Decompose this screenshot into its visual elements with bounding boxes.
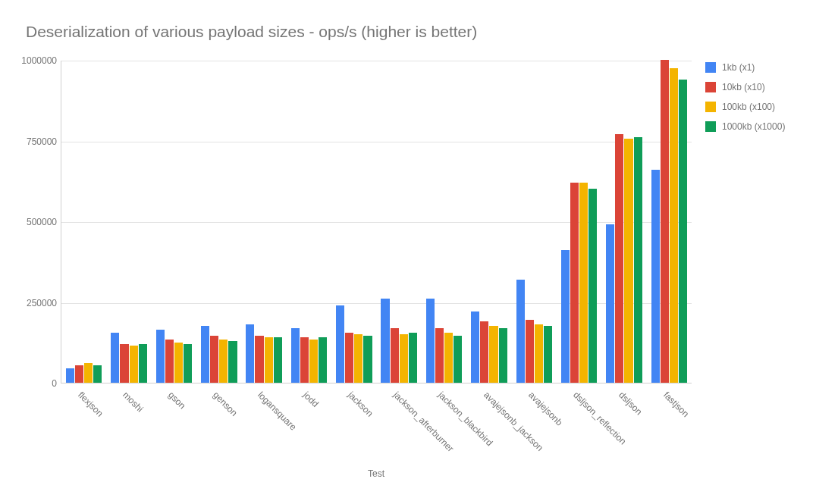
x-tick-label: jackson — [346, 390, 375, 419]
bar — [435, 328, 444, 383]
bar — [400, 334, 408, 383]
bar — [651, 170, 660, 383]
bar — [579, 183, 588, 383]
legend-swatch — [705, 102, 716, 112]
y-tick-label: 750000 — [27, 136, 61, 147]
legend: 1kb (x1)10kb (x10)100kb (x100)1000kb (x1… — [705, 58, 785, 136]
bar — [634, 137, 642, 383]
bar-groups — [61, 61, 692, 383]
bar-group — [381, 61, 417, 383]
bar — [588, 189, 597, 383]
legend-label: 100kb (x100) — [722, 102, 775, 112]
x-tick-label: genson — [211, 390, 240, 418]
category-slot — [422, 61, 466, 383]
bar — [363, 336, 372, 383]
category-slot — [601, 61, 646, 383]
bar — [570, 183, 579, 383]
bar — [319, 337, 327, 383]
bar — [130, 346, 138, 383]
bar — [291, 328, 300, 383]
bar — [174, 343, 183, 383]
bar — [265, 337, 273, 383]
bar — [444, 333, 453, 383]
bar — [615, 134, 623, 383]
bar-group — [156, 61, 193, 383]
bar — [300, 337, 309, 383]
bar — [381, 299, 389, 383]
legend-swatch — [705, 62, 716, 73]
bar — [210, 336, 218, 383]
bar — [228, 341, 237, 383]
legend-label: 1kb (x1) — [722, 62, 755, 73]
bar-group — [336, 61, 372, 383]
x-axis-title: Test — [61, 468, 692, 479]
category-slot — [331, 61, 376, 383]
bar — [156, 330, 165, 383]
legend-item: 1kb (x1) — [705, 58, 785, 77]
bar-group — [516, 61, 553, 383]
bar-group — [606, 61, 642, 383]
category-slot — [196, 61, 241, 383]
bar — [246, 324, 254, 383]
y-tick-label: 250000 — [27, 298, 61, 308]
x-tick-label: fastjson — [661, 390, 691, 419]
chart-title: Deserialization of various payload sizes… — [26, 23, 477, 41]
bar — [111, 333, 119, 383]
bar-group — [561, 61, 598, 383]
bar — [84, 363, 93, 383]
legend-swatch — [705, 121, 716, 132]
bar — [661, 60, 669, 383]
bar-group — [111, 61, 147, 383]
y-tick-label: 500000 — [27, 217, 61, 227]
legend-item: 100kb (x100) — [705, 97, 785, 117]
x-tick-label: dsljson — [617, 390, 644, 417]
bar — [471, 311, 479, 383]
bar — [561, 250, 570, 383]
bar-group — [426, 61, 463, 383]
bar — [274, 337, 282, 383]
bar-group — [66, 61, 102, 383]
category-slot — [466, 61, 511, 383]
legend-swatch — [705, 82, 716, 92]
bar — [219, 340, 228, 383]
bar-group — [291, 61, 328, 383]
bar — [624, 139, 632, 383]
category-slot — [61, 61, 106, 383]
bar — [336, 305, 344, 383]
bar — [606, 224, 614, 383]
category-slot — [647, 61, 692, 383]
category-slot — [287, 61, 331, 383]
bar-group — [246, 61, 282, 383]
bar — [354, 334, 362, 383]
category-slot — [557, 61, 601, 383]
category-slot — [512, 61, 557, 383]
bar — [255, 336, 263, 383]
bar-group — [471, 61, 507, 383]
category-slot — [241, 61, 286, 383]
bar — [345, 333, 353, 383]
bar — [409, 333, 417, 383]
bar — [489, 326, 497, 383]
x-tick-label: gson — [166, 390, 187, 411]
bar — [309, 340, 318, 383]
bar — [526, 320, 534, 383]
bar — [426, 299, 435, 383]
bar — [184, 344, 192, 383]
x-tick-label: flexjson — [76, 390, 105, 419]
legend-item: 1000kb (x1000) — [705, 117, 785, 136]
bar — [165, 340, 174, 383]
x-tick-label: moshi — [121, 390, 146, 415]
bar — [544, 326, 552, 383]
bar — [454, 336, 462, 383]
category-slot — [377, 61, 422, 383]
bar — [516, 280, 525, 383]
category-slot — [152, 61, 196, 383]
bar — [535, 324, 543, 383]
x-tick-label: logansquare — [256, 390, 299, 433]
bar — [201, 326, 209, 383]
legend-label: 10kb (x10) — [722, 82, 765, 92]
bar — [480, 321, 488, 383]
category-slot — [106, 61, 151, 383]
plot-area: 02500005000007500001000000 — [61, 61, 692, 383]
bar — [679, 80, 687, 383]
